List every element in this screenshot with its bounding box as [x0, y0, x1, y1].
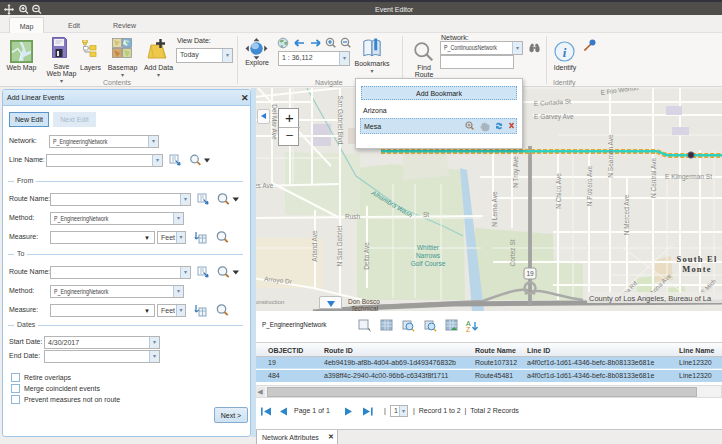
svg-text:Z: Z — [466, 326, 471, 333]
svg-text:St: St — [423, 211, 429, 218]
svg-text:E Klingerman St: E Klingerman St — [665, 173, 712, 181]
svg-text:N Chico Ave: N Chico Ave — [555, 173, 562, 209]
svg-text:Narrows: Narrows — [416, 252, 441, 259]
svg-text:i: i — [563, 45, 567, 60]
svg-text:Delta Ave: Delta Ave — [363, 242, 370, 270]
svg-text:N Lema Ave: N Lema Ave — [491, 191, 498, 227]
svg-text:Del Mar Ave: Del Mar Ave — [271, 104, 278, 140]
svg-text:N Central Ave: N Central Ave — [650, 158, 657, 198]
svg-text:N San Gabriel: N San Gabriel — [336, 225, 343, 266]
svg-text:N Troy Ave: N Troy Ave — [512, 156, 520, 188]
svg-text:N Potrero Ave: N Potrero Ave — [586, 165, 593, 206]
svg-text:Whittier: Whittier — [417, 244, 440, 251]
svg-text:Rush: Rush — [345, 213, 361, 220]
svg-text:es Ave: es Ave — [254, 182, 274, 189]
svg-text:N Seaman Ave: N Seaman Ave — [607, 134, 614, 178]
svg-text:Arland Ave: Arland Ave — [311, 230, 318, 262]
svg-text:19: 19 — [526, 270, 534, 277]
svg-text:South El: South El — [676, 254, 717, 264]
svg-text:E Garvey Ave: E Garvey Ave — [534, 113, 574, 121]
svg-text:Don Bosco: Don Bosco — [348, 298, 380, 305]
svg-text:San Gabriel Blvd: San Gabriel Blvd — [337, 96, 344, 145]
svg-text:onstruction: onstruction — [255, 299, 284, 305]
svg-text:Golf Course: Golf Course — [411, 260, 446, 267]
svg-text:N Merced Ave: N Merced Ave — [623, 194, 630, 235]
svg-text:Monte: Monte — [682, 264, 712, 274]
svg-text:County of Los Angeles, Bureau: County of Los Angeles, Bureau of La — [589, 294, 712, 303]
svg-text:Cortez St: Cortez St — [509, 239, 516, 266]
